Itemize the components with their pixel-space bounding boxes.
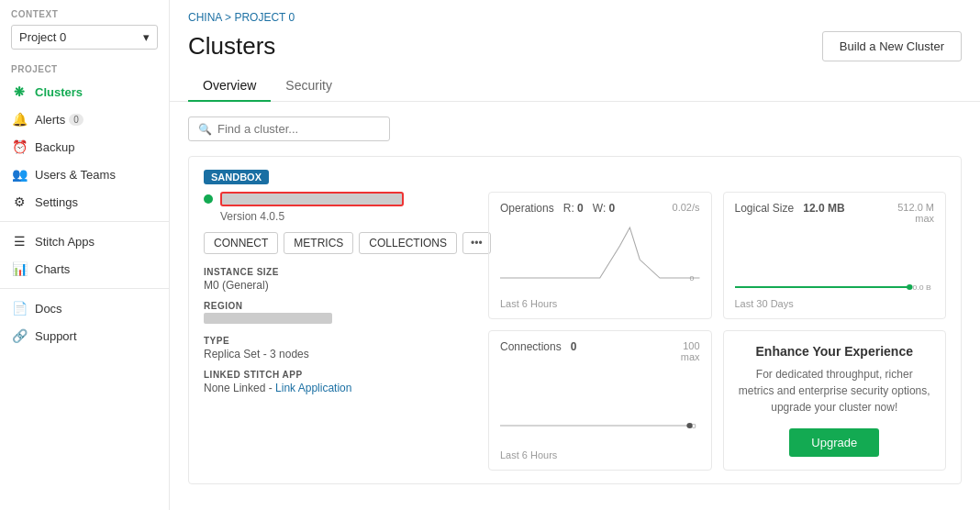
cluster-version: Version 4.0.5 — [220, 210, 470, 223]
sidebar: CONTEXT Project 0 ▾ PROJECT ❋ Clusters 🔔… — [0, 0, 170, 510]
alerts-icon: 🔔 — [11, 112, 28, 127]
connections-max: 100 — [681, 340, 700, 351]
sidebar-item-docs[interactable]: 📄 Docs — [0, 294, 169, 322]
charts-icon: 📊 — [11, 261, 28, 276]
collections-button[interactable]: COLLECTIONS — [359, 232, 457, 254]
instance-size-section: INSTANCE SIZE M0 (General) — [204, 267, 470, 292]
link-application-link[interactable]: Link Application — [275, 382, 351, 394]
logical-size-chart: Logical Size 12.0 MB 512.0 M max — [723, 192, 947, 319]
sidebar-item-alerts[interactable]: 🔔 Alerts 0 — [0, 105, 169, 133]
sidebar-item-charts[interactable]: 📊 Charts — [0, 255, 169, 283]
users-icon: 👥 — [11, 167, 28, 182]
tab-overview[interactable]: Overview — [188, 71, 271, 102]
nav-divider-2 — [0, 288, 169, 289]
enhance-text: For dedicated throughput, richer metrics… — [739, 366, 931, 416]
search-input[interactable] — [217, 122, 380, 136]
svg-text:0.0 B: 0.0 B — [912, 283, 931, 292]
alerts-badge: 0 — [69, 114, 84, 126]
main-content: CHINA > PROJECT 0 Clusters Build a New C… — [170, 0, 980, 510]
operations-footer: Last 6 Hours — [500, 298, 700, 309]
operations-chart-area: 0 — [500, 218, 700, 294]
operations-chart-header: Operations R: 0 W: 0 0.02/s — [500, 202, 700, 215]
chevron-down-icon: ▾ — [143, 30, 150, 44]
main-content-area: 🔍 SANDBOX Version 4.0.5 CONNECT METRICS … — [170, 102, 980, 510]
linked-app-label: LINKED STITCH APP — [204, 370, 470, 380]
cluster-actions: CONNECT METRICS COLLECTIONS ••• — [204, 232, 470, 254]
project-section-label: PROJECT — [0, 57, 169, 78]
page-title: Clusters — [188, 32, 275, 61]
svg-text:0: 0 — [692, 421, 696, 430]
sidebar-item-stitch-apps[interactable]: ☰ Stitch Apps — [0, 227, 169, 255]
breadcrumb: CHINA > PROJECT 0 — [170, 0, 980, 28]
status-indicator — [204, 194, 213, 204]
linked-app-value: None Linked - Link Application — [204, 382, 470, 394]
connect-button[interactable]: CONNECT — [204, 232, 278, 254]
tab-security[interactable]: Security — [271, 71, 347, 102]
region-section: REGION — [204, 301, 470, 327]
operations-w-value: 0 — [609, 202, 616, 215]
region-value — [204, 313, 332, 324]
sidebar-item-clusters[interactable]: ❋ Clusters — [0, 78, 169, 105]
nav-divider-1 — [0, 221, 169, 222]
breadcrumb-china[interactable]: CHINA — [188, 11, 222, 24]
svg-text:0: 0 — [690, 273, 695, 283]
search-icon: 🔍 — [198, 123, 212, 136]
type-section: TYPE Replica Set - 3 nodes — [204, 336, 470, 360]
operations-chart: Operations R: 0 W: 0 0.02/s — [488, 192, 712, 319]
instance-size-label: INSTANCE SIZE — [204, 267, 470, 277]
search-bar[interactable]: 🔍 — [188, 116, 390, 141]
cluster-left-panel: Version 4.0.5 CONNECT METRICS COLLECTION… — [204, 192, 470, 471]
breadcrumb-separator: > — [222, 11, 235, 24]
cluster-name — [220, 192, 404, 206]
logical-size-header: Logical Size 12.0 MB 512.0 M max — [735, 202, 935, 224]
operations-r-value: 0 — [577, 202, 584, 215]
docs-icon: 📄 — [11, 301, 28, 316]
backup-icon: ⏰ — [11, 139, 28, 154]
connections-value: 0 — [571, 340, 577, 353]
connections-footer: Last 6 Hours — [500, 449, 700, 460]
sidebar-item-backup[interactable]: ⏰ Backup — [0, 133, 169, 161]
type-label: TYPE — [204, 336, 470, 346]
region-label: REGION — [204, 301, 470, 311]
more-options-button[interactable]: ••• — [462, 232, 491, 254]
sidebar-item-settings[interactable]: ⚙ Settings — [0, 188, 169, 216]
clusters-icon: ❋ — [11, 84, 28, 99]
logical-size-max: 512.0 M — [897, 202, 934, 213]
project-dropdown[interactable]: Project 0 ▾ — [11, 25, 158, 50]
cluster-card: SANDBOX Version 4.0.5 CONNECT METRICS CO… — [188, 156, 962, 484]
logical-size-title: Logical Size — [735, 202, 795, 215]
tabs-bar: Overview Security — [170, 71, 980, 102]
connections-title: Connections — [500, 340, 562, 353]
context-label: CONTEXT — [11, 9, 158, 19]
logical-size-chart-area: 0.0 B — [735, 227, 935, 294]
metrics-button[interactable]: METRICS — [284, 232, 353, 254]
connections-header: Connections 0 100 max — [500, 340, 700, 362]
page-header: Clusters Build a New Cluster — [170, 28, 980, 71]
sidebar-item-users-teams[interactable]: 👥 Users & Teams — [0, 161, 169, 188]
upgrade-button[interactable]: Upgrade — [789, 428, 879, 457]
support-icon: 🔗 — [11, 328, 28, 343]
linked-app-section: LINKED STITCH APP None Linked - Link App… — [204, 370, 470, 394]
breadcrumb-project[interactable]: PROJECT 0 — [234, 11, 295, 24]
operations-w-label: W: — [593, 202, 606, 215]
connections-chart-area: 0 — [500, 366, 700, 446]
connections-chart: Connections 0 100 max — [488, 330, 712, 471]
operations-r-label: R: — [563, 202, 574, 215]
stitch-icon: ☰ — [11, 234, 28, 249]
instance-size-value: M0 (General) — [204, 279, 470, 292]
logical-size-value: 12.0 MB — [803, 202, 844, 215]
cluster-name-row — [204, 192, 470, 206]
operations-max-label: 0.02/s — [673, 202, 700, 213]
charts-section: Operations R: 0 W: 0 0.02/s — [488, 192, 946, 471]
operations-title: Operations — [500, 202, 554, 215]
sidebar-item-support[interactable]: 🔗 Support — [0, 322, 169, 349]
cluster-details: INSTANCE SIZE M0 (General) REGION TYPE R… — [204, 267, 470, 394]
enhance-card: Enhance Your Experience For dedicated th… — [723, 330, 947, 471]
enhance-title: Enhance Your Experience — [756, 344, 913, 359]
sandbox-badge: SANDBOX — [204, 170, 269, 184]
connections-max-sub: max — [681, 351, 700, 362]
logical-size-footer: Last 30 Days — [735, 298, 935, 309]
type-value: Replica Set - 3 nodes — [204, 348, 470, 360]
logical-size-max-sub: max — [897, 213, 934, 224]
build-cluster-button[interactable]: Build a New Cluster — [822, 31, 962, 61]
